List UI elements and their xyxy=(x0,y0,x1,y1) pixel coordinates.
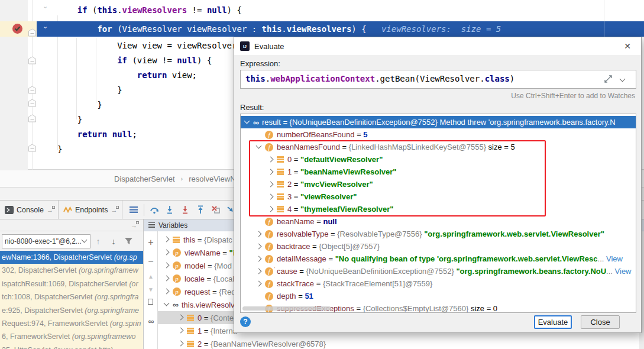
filter-frames-icon[interactable] xyxy=(124,237,140,245)
step-into-button[interactable] xyxy=(162,203,177,217)
chevron-right-icon[interactable] xyxy=(178,315,184,321)
code-line[interactable]: return view; xyxy=(57,69,197,82)
chevron-right-icon[interactable] xyxy=(178,328,184,334)
chevron-right-icon[interactable] xyxy=(256,269,262,274)
move-watch-up-button[interactable]: ▲ xyxy=(144,273,158,281)
fold-marker-icon[interactable] xyxy=(28,114,37,122)
show-tab-arrow-icon[interactable]: → xyxy=(47,207,53,213)
drop-frame-button[interactable] xyxy=(208,203,224,217)
verified-breakpoint-icon[interactable] xyxy=(12,23,23,34)
stack-frame[interactable]: ispatchResult:1069, DispatcherServlet (o… xyxy=(0,277,143,290)
fold-chevron-icon[interactable]: ⌄ xyxy=(43,22,48,30)
text-segment: view; xyxy=(167,70,197,80)
text-segment: ) { xyxy=(227,5,242,15)
code-line[interactable]: if (view != null) { xyxy=(57,54,212,67)
fold-marker-icon[interactable] xyxy=(28,86,37,94)
tab-endpoints[interactable]: Endpoints → xyxy=(59,201,123,219)
chevron-right-icon[interactable] xyxy=(178,341,184,347)
chevron-right-icon[interactable] xyxy=(256,244,262,250)
chevron-right-icon[interactable] xyxy=(164,250,170,256)
text-segment: (view != xyxy=(127,56,177,65)
stack-frame[interactable]: 6, FrameworkServlet (org.springframewo xyxy=(0,330,143,343)
chevron-down-icon xyxy=(82,238,88,244)
chevron-right-icon[interactable] xyxy=(164,263,170,269)
console-icon xyxy=(5,206,14,214)
row-text: 0 = {Conten xyxy=(198,314,238,322)
help-button[interactable]: ? xyxy=(240,316,251,327)
code-line[interactable]: return null; xyxy=(57,128,137,141)
previous-frame-button[interactable]: ↑ xyxy=(90,237,106,246)
remove-watch-button[interactable]: − xyxy=(144,257,158,266)
text-segment: ) { xyxy=(197,56,212,65)
code-line[interactable]: View view = viewResolver. xyxy=(57,39,242,52)
close-button[interactable]: Close xyxy=(581,315,620,329)
tab-console-label: Console xyxy=(17,206,44,214)
copy-watch-button[interactable] xyxy=(148,299,153,305)
row-text: 1 = {Interna xyxy=(198,327,237,335)
breadcrumb-class[interactable]: DispatcherServlet xyxy=(114,174,175,183)
step-over-icon xyxy=(150,206,159,214)
tab-console[interactable]: Console → xyxy=(0,201,59,219)
chevron-down-icon[interactable] xyxy=(164,302,170,308)
stack-frame[interactable]: 35, HttpServlet (javax.servlet.http) xyxy=(0,344,143,349)
view-options-button[interactable] xyxy=(126,203,141,217)
menu-icon xyxy=(130,206,138,213)
fold-chevron-icon[interactable]: ⌄ xyxy=(43,2,48,10)
chevron-right-icon[interactable] xyxy=(256,231,262,237)
field-icon: f xyxy=(265,255,273,263)
chevron-right-icon[interactable] xyxy=(164,237,170,243)
close-icon[interactable]: ✕ xyxy=(622,41,633,51)
show-tab-arrow-icon[interactable]: → xyxy=(111,207,117,213)
thread-selector[interactable]: nio-8080-exec-1"@6,2... xyxy=(2,234,90,248)
text-segment: ) xyxy=(510,74,514,83)
add-watch-button[interactable]: + xyxy=(144,238,158,247)
code-line[interactable]: } xyxy=(57,113,82,126)
tree-row[interactable]: fnumberOfBeansFound = 5 xyxy=(241,128,636,141)
chevron-right-icon[interactable] xyxy=(164,276,170,282)
fold-marker-icon[interactable] xyxy=(28,99,37,107)
move-watch-down-button[interactable]: ▼ xyxy=(144,286,158,294)
chevron-right-icon[interactable] xyxy=(256,281,262,287)
step-over-button[interactable] xyxy=(147,203,162,217)
tree-row[interactable]: 2 = {BeanNameViewResolver@6578} xyxy=(158,337,644,349)
dialog-titlebar[interactable]: IJ Evaluate xyxy=(234,37,641,55)
code-line[interactable]: } xyxy=(57,143,62,156)
code-line[interactable]: if (this.viewResolvers != null) { xyxy=(57,4,242,17)
stack-frame[interactable]: Request:974, FrameworkServlet (org.sprin xyxy=(0,317,143,330)
expand-icon[interactable] xyxy=(604,75,612,83)
tree-row[interactable]: fbeanName = null xyxy=(241,215,636,228)
fold-marker-icon[interactable] xyxy=(28,28,37,37)
text-segment: = xyxy=(297,267,306,276)
stack-frame[interactable]: tch:1008, DispatcherServlet (org.springf… xyxy=(0,290,143,303)
expression-input[interactable]: this.webApplicationContext.getBean(ViewR… xyxy=(240,70,636,89)
history-chevron-icon[interactable] xyxy=(620,77,626,83)
tree-row[interactable]: ∞result = {NoUniqueBeanDefinitionExcepti… xyxy=(241,116,636,128)
tree-row[interactable]: fstackTrace = {StackTraceElement[51]@755… xyxy=(241,277,636,290)
force-step-into-button[interactable] xyxy=(177,203,193,217)
code-line[interactable]: } xyxy=(57,83,122,96)
stack-frame[interactable]: 302, DispatcherServlet (org.springframew xyxy=(0,264,143,277)
next-frame-button[interactable]: ↓ xyxy=(106,237,121,246)
text-segment: {ResolvableType@7556} xyxy=(337,230,422,238)
tree-row[interactable]: fcause = {NoUniqueBeanDefinitionExceptio… xyxy=(241,265,636,277)
fold-marker-icon[interactable] xyxy=(28,56,37,64)
tree-row[interactable]: fbacktrace = {Object[5]@7557} xyxy=(241,240,636,253)
evaluate-button[interactable]: Evaluate xyxy=(534,315,572,329)
show-watches-button[interactable]: ∞ xyxy=(144,317,158,325)
chevron-right-icon[interactable] xyxy=(164,289,170,295)
chevron-right-icon[interactable] xyxy=(256,256,262,262)
tree-row[interactable]: fdetailMessage = "No qualifying bean of … xyxy=(241,253,636,265)
stack-frame[interactable]: e:925, DispatcherServlet (org.springfram… xyxy=(0,304,143,317)
tree-row[interactable]: fresolvableType = {ResolvableType@7556} … xyxy=(241,228,636,240)
horizontal-scrollbar-thumb[interactable] xyxy=(242,306,331,311)
chevron-down-icon[interactable] xyxy=(244,119,250,125)
step-out-button[interactable] xyxy=(193,203,208,217)
tree-row[interactable]: fdepth = 51 xyxy=(241,290,636,302)
text-segment xyxy=(57,130,77,139)
show-panel-arrow-icon[interactable]: → xyxy=(131,222,137,228)
code-line[interactable]: } xyxy=(57,98,102,111)
fold-marker-icon[interactable] xyxy=(28,144,37,152)
array-item-icon xyxy=(187,341,194,347)
code-line[interactable]: for (ViewResolver viewResolver : this.vi… xyxy=(57,22,501,35)
stack-frame[interactable]: ewName:1366, DispatcherServlet (org.sp xyxy=(0,251,143,264)
